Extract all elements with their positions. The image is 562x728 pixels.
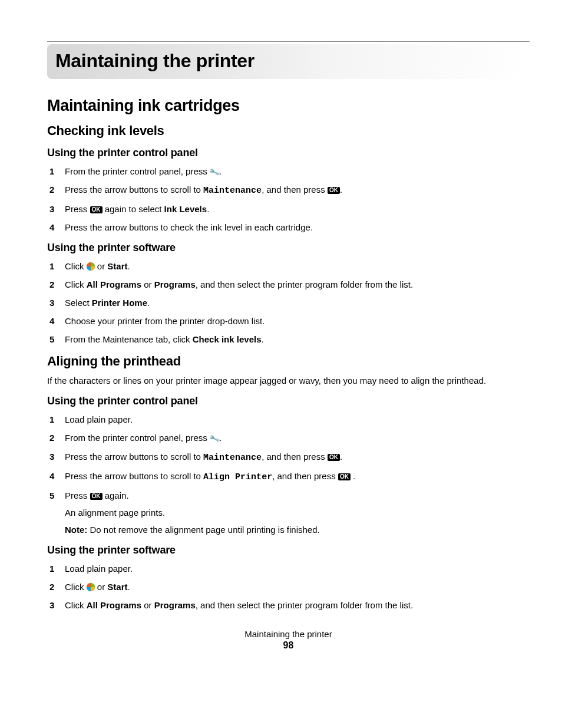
heading-aligning-printhead: Aligning the printhead: [47, 354, 530, 369]
steps-align-software: Load plain paper. Click or Start. Click …: [47, 562, 530, 611]
list-item: From the printer control panel, press 🔧.: [47, 165, 530, 177]
list-item: Press the arrow buttons to check the ink…: [47, 221, 530, 233]
list-item: Click All Programs or Programs, and then…: [47, 599, 530, 611]
ok-icon: OK: [328, 187, 340, 194]
list-item: Press the arrow buttons to scroll to Ali…: [47, 470, 530, 483]
footer-page-number: 98: [47, 640, 530, 651]
windows-start-orb-icon: [87, 583, 95, 591]
heading-checking-ink-levels: Checking ink levels: [47, 123, 530, 139]
ok-icon: OK: [338, 473, 351, 480]
heading-using-software-1: Using the printer software: [47, 242, 530, 254]
page-footer: Maintaining the printer 98: [47, 629, 530, 651]
page-title: Maintaining the printer: [55, 50, 521, 72]
list-item: Click or Start.: [47, 260, 530, 272]
footer-section-title: Maintaining the printer: [47, 629, 530, 639]
substep-alignment-prints: An alignment page prints.: [65, 506, 530, 519]
steps-align-control-panel: Load plain paper. From the printer contr…: [47, 413, 530, 535]
ok-icon: OK: [90, 493, 103, 500]
list-item: Press the arrow buttons to scroll to Mai…: [47, 450, 530, 464]
heading-using-control-panel-1: Using the printer control panel: [47, 147, 530, 159]
windows-start-orb-icon: [87, 262, 95, 271]
list-item: Choose your printer from the printer dro…: [47, 315, 530, 327]
list-item: Load plain paper.: [47, 413, 530, 426]
list-item: Click or Start.: [47, 581, 530, 593]
steps-check-ink-software: Click or Start. Click All Programs or Pr…: [47, 260, 530, 345]
heading-using-control-panel-2: Using the printer control panel: [47, 395, 530, 407]
list-item: Click All Programs or Programs, and then…: [47, 278, 530, 291]
heading-using-software-2: Using the printer software: [47, 544, 530, 556]
ok-icon: OK: [90, 206, 103, 213]
list-item: From the Maintenance tab, click Check in…: [47, 333, 530, 345]
ok-icon: OK: [328, 454, 340, 461]
steps-check-ink-control-panel: From the printer control panel, press 🔧.…: [47, 165, 530, 233]
list-item: From the printer control panel, press 🔧.: [47, 431, 530, 444]
note-alignment: Note: Do not remove the alignment page u…: [65, 523, 530, 536]
page-title-bar: Maintaining the printer: [47, 44, 530, 79]
list-item: Press OK again. An alignment page prints…: [47, 489, 530, 536]
list-item: Select Printer Home.: [47, 297, 530, 309]
list-item: Press the arrow buttons to scroll to Mai…: [47, 183, 530, 197]
list-item: Load plain paper.: [47, 562, 530, 575]
list-item: Press OK again to select Ink Levels.: [47, 203, 530, 215]
heading-maintaining-ink-cartridges: Maintaining ink cartridges: [47, 97, 530, 115]
paragraph-align-intro: If the characters or lines on your print…: [47, 375, 530, 387]
